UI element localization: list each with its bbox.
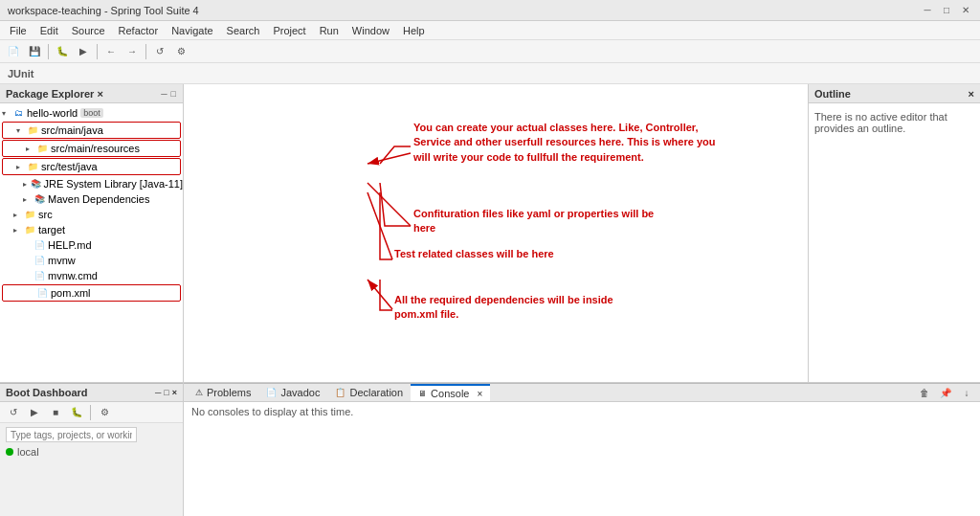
boot-dashboard-title: Boot Dashboard <box>6 387 88 398</box>
toolbar-sep-2 <box>97 44 98 59</box>
arrow-maven: ▸ <box>23 195 33 204</box>
tree-item-mvnw[interactable]: 📄 mvnw <box>0 253 183 268</box>
settings-btn[interactable]: ⚙ <box>171 42 190 61</box>
forward-btn[interactable]: → <box>122 42 142 61</box>
menu-navigate[interactable]: Navigate <box>166 23 218 38</box>
tab-console[interactable]: 🖥 Console × <box>411 384 490 401</box>
tree-item-hello-world[interactable]: ▾ 🗂 hello-world boot <box>0 105 183 121</box>
menu-project[interactable]: Project <box>267 23 311 38</box>
tab-declaration-label: Declaration <box>349 387 403 398</box>
panel-header-actions[interactable]: ─ □ <box>160 88 177 100</box>
package-explorer-panel: Package Explorer × ─ □ ▾ 🗂 hello-world b… <box>0 84 184 382</box>
boot-search-input[interactable] <box>6 427 137 442</box>
label-jre: JRE System Library [Java-11] <box>44 178 184 190</box>
console-scroll-btn[interactable]: ↓ <box>957 383 976 402</box>
tree-item-src-test-java[interactable]: ▸ 📁 src/test/java <box>2 158 181 175</box>
annotation-area: You can create your actual classes here.… <box>184 84 808 382</box>
file-icon-mvnw-cmd: 📄 <box>33 269 46 282</box>
tree-item-mvnw-cmd[interactable]: 📄 mvnw.cmd <box>0 268 183 283</box>
folder-icon-target: 📁 <box>23 223 36 236</box>
menu-edit[interactable]: Edit <box>34 23 64 38</box>
minimize-button[interactable]: ─ <box>921 4 934 17</box>
console-tabs: ⚠ Problems 📄 Javadoc 📋 Declaration 🖥 Con… <box>184 383 980 402</box>
tree-item-src-main-java[interactable]: ▾ 📁 src/main/java <box>2 122 181 139</box>
console-clear-btn[interactable]: 🗑 <box>915 383 934 402</box>
file-icon-helpmd: 📄 <box>33 238 46 252</box>
secondary-toolbar: JUnit <box>0 63 980 84</box>
save-btn[interactable]: 💾 <box>25 42 44 61</box>
console-toolbar-inline: 🗑 📌 ↓ <box>915 383 976 402</box>
label-src-main-java: src/main/java <box>41 124 103 136</box>
tree-item-maven[interactable]: ▸ 📚 Maven Dependencies <box>0 191 183 207</box>
menu-source[interactable]: Source <box>66 23 111 38</box>
main-area: Package Explorer × ─ □ ▾ 🗂 hello-world b… <box>0 84 980 382</box>
file-icon-pom-xml: 📄 <box>35 286 49 300</box>
boot-minimize-btn[interactable]: ─ <box>155 388 161 397</box>
annotation-4: All the required dependencies will be in… <box>394 293 624 323</box>
run-btn[interactable]: ▶ <box>74 42 93 61</box>
boot-stop-btn[interactable]: ■ <box>46 403 65 422</box>
arrow-src-main-java: ▾ <box>16 126 26 135</box>
outline-content: There is no active editor that provides … <box>809 103 980 142</box>
boot-close-btn[interactable]: × <box>172 388 177 397</box>
arrow-src-main-resources: ▸ <box>26 145 35 153</box>
toolbar-sep-1 <box>48 44 49 59</box>
tree-item-jre[interactable]: ▸ 📚 JRE System Library [Java-11] <box>0 176 183 191</box>
tab-javadoc[interactable]: 📄 Javadoc <box>258 385 327 400</box>
maximize-button[interactable]: □ <box>940 4 953 17</box>
arrow-src: ▸ <box>13 211 23 219</box>
label-src-main-resources: src/main/resources <box>51 143 140 154</box>
svg-line-1 <box>368 183 411 226</box>
center-panel: You can create your actual classes here.… <box>184 84 808 382</box>
tab-problems[interactable]: ⚠ Problems <box>188 385 258 400</box>
refresh-btn[interactable]: ↺ <box>150 42 169 61</box>
label-helpmd: HELP.md <box>48 239 92 251</box>
folder-icon-src-main-java: 📁 <box>26 123 39 137</box>
tree-item-pom-xml[interactable]: 📄 pom.xml <box>2 284 181 302</box>
boot-dashboard-panel: Boot Dashboard ─ □ × ↺ ▶ ■ 🐛 ⚙ loca <box>0 383 184 516</box>
javadoc-icon: 📄 <box>266 388 277 397</box>
panel-max-btn[interactable]: □ <box>170 88 177 100</box>
tree-area: ▾ 🗂 hello-world boot ▾ 📁 src/main/java ▸… <box>0 103 183 382</box>
menu-run[interactable]: Run <box>314 23 345 38</box>
console-pin-btn[interactable]: 📌 <box>936 383 955 402</box>
boot-refresh-btn[interactable]: ↺ <box>4 403 23 422</box>
tree-item-helpmd[interactable]: 📄 HELP.md <box>0 237 183 253</box>
tab-console-label: Console <box>431 388 469 399</box>
new-btn[interactable]: 📄 <box>4 42 23 61</box>
file-icon-mvnw: 📄 <box>33 254 46 267</box>
menu-file[interactable]: File <box>4 23 33 38</box>
boot-local-item[interactable]: local <box>6 446 177 458</box>
menu-window[interactable]: Window <box>346 23 395 38</box>
debug-btn[interactable]: 🐛 <box>53 42 72 61</box>
menu-help[interactable]: Help <box>397 23 431 38</box>
outline-title: Outline <box>814 88 851 100</box>
boot-header-controls[interactable]: ─ □ × <box>155 388 177 397</box>
package-explorer-header: Package Explorer × ─ □ <box>0 84 183 103</box>
label-mvnw: mvnw <box>48 255 76 266</box>
console-close-btn[interactable]: × <box>477 389 482 399</box>
tree-item-src-main-resources[interactable]: ▸ 📁 src/main/resources <box>2 140 181 157</box>
label-hello-world: hello-world <box>27 107 78 119</box>
outline-close-btn[interactable]: × <box>969 88 974 100</box>
panel-minimize-btn[interactable]: ─ <box>160 88 167 100</box>
tree-item-target[interactable]: ▸ 📁 target <box>0 222 183 237</box>
close-button[interactable]: ✕ <box>959 4 972 17</box>
back-btn[interactable]: ← <box>101 42 121 61</box>
tab-declaration[interactable]: 📋 Declaration <box>327 385 411 400</box>
boot-settings-btn[interactable]: ⚙ <box>95 403 114 422</box>
outline-message: There is no active editor that provides … <box>814 111 947 134</box>
tab-problems-label: Problems <box>207 387 251 398</box>
boot-debug-btn[interactable]: 🐛 <box>67 403 86 422</box>
console-icon: 🖥 <box>418 389 427 398</box>
tree-item-src[interactable]: ▸ 📁 src <box>0 207 183 222</box>
menu-refactor[interactable]: Refactor <box>113 23 165 38</box>
boot-toolbar: ↺ ▶ ■ 🐛 ⚙ <box>0 402 183 423</box>
menu-search[interactable]: Search <box>221 23 266 38</box>
bottom-combined: Boot Dashboard ─ □ × ↺ ▶ ■ 🐛 ⚙ loca <box>0 383 980 516</box>
console-panel: ⚠ Problems 📄 Javadoc 📋 Declaration 🖥 Con… <box>184 383 980 516</box>
problems-icon: ⚠ <box>195 388 203 397</box>
boot-start-btn[interactable]: ▶ <box>25 403 44 422</box>
boot-max-btn[interactable]: □ <box>164 388 168 397</box>
window-controls[interactable]: ─ □ ✕ <box>921 4 972 17</box>
